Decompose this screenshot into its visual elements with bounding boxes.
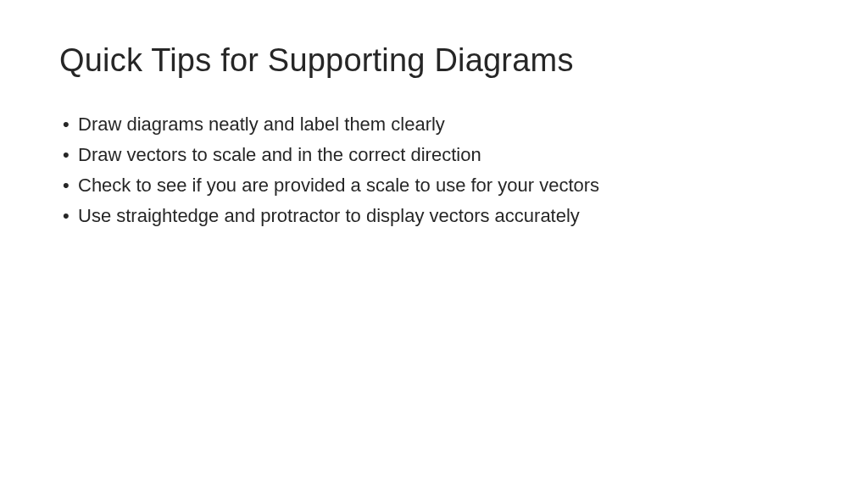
slide-title: Quick Tips for Supporting Diagrams — [59, 42, 809, 79]
list-item: Check to see if you are provided a scale… — [63, 172, 809, 199]
list-item: Draw vectors to scale and in the correct… — [63, 141, 809, 169]
bullet-list: Draw diagrams neatly and label them clea… — [59, 111, 809, 230]
list-item: Draw diagrams neatly and label them clea… — [63, 111, 809, 138]
list-item: Use straightedge and protractor to displ… — [63, 202, 809, 230]
